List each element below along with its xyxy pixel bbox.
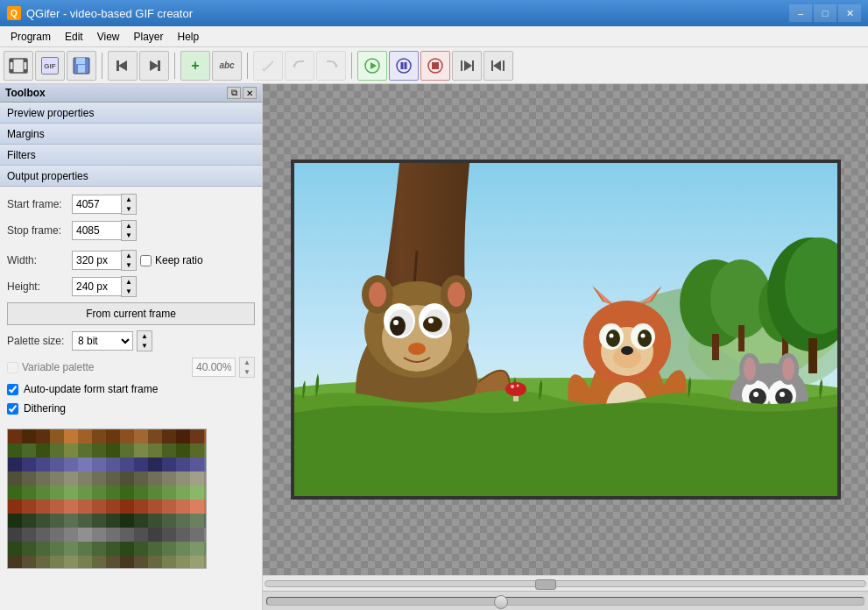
svg-rect-29 <box>472 60 474 71</box>
svg-point-103 <box>505 382 526 396</box>
dithering-checkbox[interactable] <box>7 403 18 415</box>
start-frame-input[interactable]: 4057 <box>72 195 121 214</box>
svg-rect-14 <box>116 60 119 71</box>
svg-text:GIF: GIF <box>44 62 55 70</box>
section-label-filters: Filters <box>7 149 36 161</box>
svg-rect-41 <box>738 325 745 351</box>
toolbox-scroll-inner[interactable]: Preview properties Margins Filters Outpu… <box>0 103 262 610</box>
menu-view[interactable]: View <box>90 29 127 45</box>
menu-edit[interactable]: Edit <box>58 29 90 45</box>
height-input[interactable] <box>72 277 121 296</box>
stop-button[interactable] <box>420 51 450 81</box>
section-header-preview-properties[interactable]: Preview properties <box>0 103 262 124</box>
section-header-output-properties[interactable]: Output properties <box>0 166 262 187</box>
height-down-button[interactable]: ▼ <box>122 287 136 296</box>
svg-point-92 <box>775 388 793 406</box>
svg-rect-2 <box>24 59 27 62</box>
prev-frame-button[interactable] <box>108 51 138 81</box>
palette-canvas <box>7 429 207 569</box>
palette-down-button[interactable]: ▼ <box>138 341 152 351</box>
dithering-row: Dithering <box>7 401 255 416</box>
svg-marker-19 <box>335 63 338 68</box>
keep-ratio-checkbox[interactable] <box>140 255 152 266</box>
menu-bar: Program Edit View Player Help <box>0 26 868 47</box>
menu-player[interactable]: Player <box>127 29 171 45</box>
toolbox-float-button[interactable]: ⧉ <box>227 87 241 99</box>
h-scrollbar-thumb[interactable] <box>535 579 556 590</box>
svg-rect-1 <box>10 59 13 62</box>
svg-marker-13 <box>118 60 127 71</box>
section-label-output-properties: Output properties <box>7 170 88 182</box>
toolbox-close-button[interactable]: ✕ <box>243 87 257 99</box>
horizontal-scrollbar[interactable] <box>263 575 868 591</box>
add-frame-button[interactable]: + <box>180 51 210 81</box>
stop-frame-row: Stop frame: 4085 ▲ ▼ <box>7 220 255 241</box>
svg-marker-18 <box>293 63 295 68</box>
stop-frame-down-button[interactable]: ▼ <box>122 231 136 240</box>
timeline-track[interactable] <box>266 597 864 606</box>
svg-marker-28 <box>464 60 472 71</box>
first-frame-button[interactable] <box>452 51 482 81</box>
last-frame-button[interactable] <box>483 51 513 81</box>
menu-help[interactable]: Help <box>171 29 207 45</box>
timeline-bar[interactable] <box>263 591 868 610</box>
stop-frame-input[interactable]: 4085 <box>72 221 121 240</box>
variable-palette-down-button: ▼ <box>240 367 254 377</box>
palette-up-button[interactable]: ▲ <box>138 331 152 341</box>
pause-button[interactable] <box>389 51 419 81</box>
start-frame-down-button[interactable]: ▼ <box>122 204 136 214</box>
preview-area <box>263 84 868 610</box>
svg-point-104 <box>511 385 514 388</box>
section-header-margins[interactable]: Margins <box>0 124 262 145</box>
section-label-margins: Margins <box>7 128 45 140</box>
add-text-button[interactable]: abc <box>212 51 242 81</box>
timeline-thumb[interactable] <box>494 595 508 609</box>
toolbox-header: Toolbox ⧉ ✕ <box>0 84 262 103</box>
svg-rect-32 <box>491 60 493 71</box>
svg-point-65 <box>448 282 465 307</box>
auto-update-checkbox[interactable] <box>7 384 18 395</box>
section-header-filters[interactable]: Filters <box>0 145 262 166</box>
palette-preview <box>7 429 255 569</box>
variable-palette-checkbox <box>7 362 18 373</box>
window-controls: – □ ✕ <box>789 4 861 22</box>
save-button[interactable] <box>67 51 96 81</box>
svg-rect-40 <box>712 334 719 360</box>
palette-size-select[interactable]: 8 bit 4 bit 2 bit <box>72 331 133 351</box>
svg-point-60 <box>428 318 434 323</box>
menu-program[interactable]: Program <box>4 29 58 45</box>
close-button[interactable]: ✕ <box>838 4 861 22</box>
next-frame-button[interactable] <box>139 51 169 81</box>
width-input[interactable] <box>72 251 121 270</box>
redo-button[interactable] <box>316 51 346 81</box>
width-up-button[interactable]: ▲ <box>122 251 136 260</box>
stop-frame-up-button[interactable]: ▲ <box>122 221 136 231</box>
minimize-button[interactable]: – <box>789 4 812 22</box>
undo-button[interactable] <box>285 51 314 81</box>
open-video-button[interactable] <box>4 51 33 81</box>
svg-rect-23 <box>401 62 404 69</box>
section-label-preview-properties: Preview properties <box>7 107 94 119</box>
start-frame-spin-buttons: ▲ ▼ <box>121 194 137 215</box>
width-down-button[interactable]: ▼ <box>122 260 136 270</box>
width-label: Width: <box>7 254 68 266</box>
play-button[interactable] <box>357 51 387 81</box>
from-current-frame-button[interactable]: From current frame <box>7 302 255 325</box>
palette-size-label: Palette size: <box>7 335 68 347</box>
height-up-button[interactable]: ▲ <box>122 277 136 287</box>
maximize-button[interactable]: □ <box>814 4 836 22</box>
svg-point-64 <box>369 282 386 307</box>
svg-point-76 <box>609 334 613 338</box>
svg-marker-15 <box>150 60 159 71</box>
svg-rect-16 <box>158 60 160 71</box>
start-frame-up-button[interactable]: ▲ <box>122 195 136 204</box>
scene-svg <box>294 163 837 496</box>
svg-point-57 <box>390 316 406 336</box>
toolbox-title: Toolbox <box>5 87 46 99</box>
toolbar-separator-1 <box>102 53 102 79</box>
h-scrollbar-track[interactable] <box>265 580 866 587</box>
variable-palette-up-button: ▲ <box>240 358 254 367</box>
open-gif-button[interactable]: GIF <box>35 51 65 81</box>
draw-button[interactable] <box>253 51 283 81</box>
svg-rect-27 <box>461 60 462 71</box>
